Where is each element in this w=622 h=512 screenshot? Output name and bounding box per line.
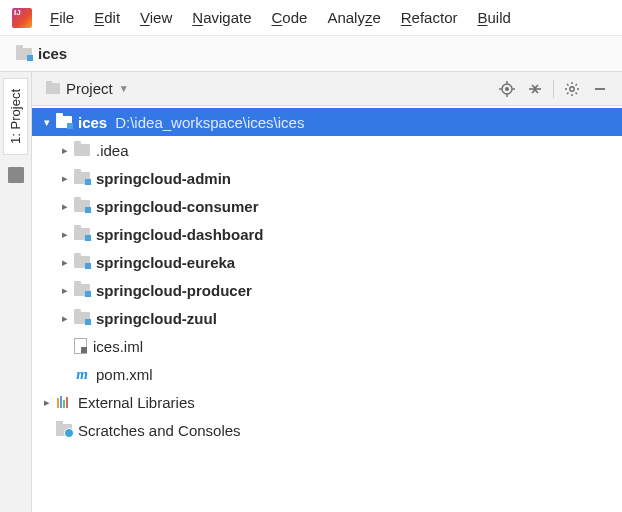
menu-refactor[interactable]: Refactor: [391, 5, 468, 30]
module-folder-icon: [74, 200, 90, 212]
gear-icon[interactable]: [561, 78, 583, 100]
module-folder-icon: [74, 312, 90, 324]
tree-item-label: springcloud-consumer: [96, 198, 259, 215]
tree-item-label: springcloud-producer: [96, 282, 252, 299]
module-folder-icon: [74, 228, 90, 240]
chevron-right-icon[interactable]: ▸: [58, 284, 72, 297]
tree-item[interactable]: mpom.xml: [32, 360, 622, 388]
project-toolwindow-tab[interactable]: 1: Project: [3, 78, 28, 155]
app-icon: [12, 8, 32, 28]
tree-item[interactable]: ▸springcloud-consumer: [32, 192, 622, 220]
chevron-right-icon[interactable]: ▸: [58, 312, 72, 325]
chevron-right-icon[interactable]: ▸: [58, 228, 72, 241]
menu-file[interactable]: File: [40, 5, 84, 30]
left-gutter: 1: Project: [0, 72, 32, 512]
separator: [553, 80, 554, 98]
menu-build[interactable]: Build: [467, 5, 520, 30]
tree-item-label: ices.iml: [93, 338, 143, 355]
svg-rect-12: [66, 397, 68, 408]
panel-title-label: Project: [66, 80, 113, 97]
root-path: D:\idea_workspace\ices\ices: [115, 114, 304, 131]
module-folder-icon: [74, 284, 90, 296]
menu-navigate[interactable]: Navigate: [182, 5, 261, 30]
tree-item-label: springcloud-eureka: [96, 254, 235, 271]
chevron-right-icon[interactable]: ▸: [58, 200, 72, 213]
tree-item[interactable]: ▸springcloud-admin: [32, 164, 622, 192]
project-panel: Project ▼: [32, 72, 622, 512]
chevron-right-icon[interactable]: ▸: [40, 396, 54, 409]
tree-external-libraries[interactable]: ▸ External Libraries: [32, 388, 622, 416]
svg-point-1: [506, 87, 509, 90]
menu-edit[interactable]: Edit: [84, 5, 130, 30]
hide-button[interactable]: [589, 78, 611, 100]
breadcrumb: ices: [0, 36, 622, 72]
tree-item[interactable]: ▸springcloud-producer: [32, 276, 622, 304]
structure-toolwindow-icon[interactable]: [8, 167, 24, 183]
libraries-icon: [56, 394, 72, 410]
menu-analyze[interactable]: Analyze: [317, 5, 390, 30]
maven-icon: m: [74, 366, 90, 382]
breadcrumb-project[interactable]: ices: [38, 45, 67, 62]
tree-item[interactable]: ▸springcloud-dashboard: [32, 220, 622, 248]
tree-item-label: .idea: [96, 142, 129, 159]
tree-item[interactable]: ▸springcloud-eureka: [32, 248, 622, 276]
tree-root[interactable]: ▾ ices D:\idea_workspace\ices\ices: [32, 108, 622, 136]
project-tree: ▾ ices D:\idea_workspace\ices\ices ▸.ide…: [32, 106, 622, 512]
scratches-icon: [56, 424, 72, 436]
tree-scratches[interactable]: Scratches and Consoles: [32, 416, 622, 444]
module-folder-icon: [16, 48, 32, 60]
module-folder-icon: [74, 256, 90, 268]
tree-item-label: pom.xml: [96, 366, 153, 383]
tree-item-label: springcloud-dashboard: [96, 226, 264, 243]
collapse-all-button[interactable]: [524, 78, 546, 100]
folder-icon: [46, 83, 60, 94]
tree-item[interactable]: ▸.idea: [32, 136, 622, 164]
chevron-right-icon[interactable]: ▸: [58, 144, 72, 157]
folder-icon: [74, 144, 90, 156]
chevron-right-icon[interactable]: ▸: [58, 256, 72, 269]
svg-rect-9: [57, 398, 59, 408]
project-panel-header: Project ▼: [32, 72, 622, 106]
menu-code[interactable]: Code: [262, 5, 318, 30]
file-icon: [74, 338, 87, 354]
ext-libs-label: External Libraries: [78, 394, 195, 411]
chevron-down-icon[interactable]: ▾: [40, 116, 54, 129]
tree-item[interactable]: ▸springcloud-zuul: [32, 304, 622, 332]
panel-view-selector[interactable]: Project ▼: [40, 78, 135, 99]
chevron-down-icon: ▼: [119, 83, 129, 94]
svg-rect-10: [60, 396, 62, 408]
menu-view[interactable]: View: [130, 5, 182, 30]
module-folder-icon: [56, 116, 72, 128]
module-folder-icon: [74, 172, 90, 184]
chevron-right-icon[interactable]: ▸: [58, 172, 72, 185]
tree-item[interactable]: ices.iml: [32, 332, 622, 360]
svg-rect-11: [63, 400, 65, 408]
tree-item-label: springcloud-zuul: [96, 310, 217, 327]
scratches-label: Scratches and Consoles: [78, 422, 241, 439]
locate-button[interactable]: [496, 78, 518, 100]
menubar: FileEditViewNavigateCodeAnalyzeRefactorB…: [0, 0, 622, 36]
tree-item-label: springcloud-admin: [96, 170, 231, 187]
svg-point-7: [570, 86, 574, 90]
root-name: ices: [78, 114, 107, 131]
